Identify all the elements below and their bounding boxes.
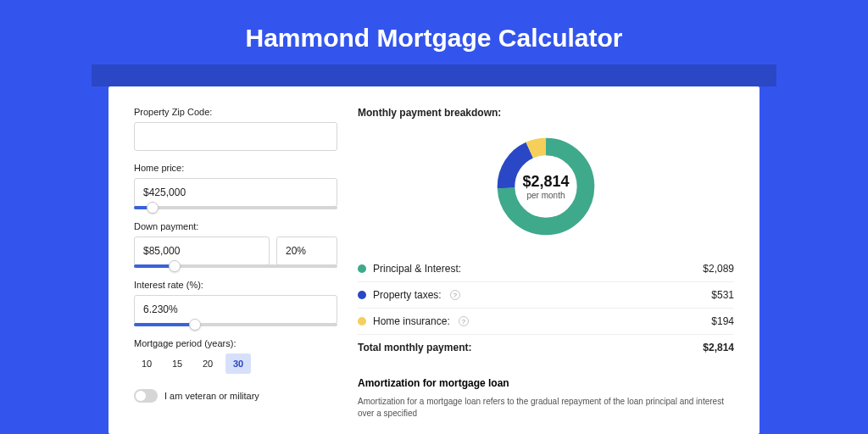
veteran-toggle[interactable] <box>134 389 158 403</box>
zip-label: Property Zip Code: <box>134 107 337 117</box>
info-icon[interactable]: ? <box>450 290 460 300</box>
down-payment-input[interactable] <box>134 236 270 265</box>
interest-input[interactable] <box>134 295 337 324</box>
breakdown-value: $2,089 <box>703 263 734 275</box>
breakdown-label: Principal & Interest: <box>373 263 461 275</box>
down-payment-slider[interactable] <box>134 264 337 268</box>
home-price-field-group: Home price: <box>134 163 337 209</box>
veteran-toggle-row: I am veteran or military <box>134 389 337 403</box>
period-option-10[interactable]: 10 <box>134 353 159 374</box>
breakdown-label: Property taxes: <box>373 289 442 301</box>
home-price-input[interactable] <box>134 178 337 207</box>
donut-chart: $2,814 per month <box>493 134 598 239</box>
header-accent-bar <box>92 64 776 86</box>
zip-input[interactable] <box>134 122 337 151</box>
breakdown-row: Property taxes:?$531 <box>358 282 734 309</box>
breakdown-row: Home insurance:?$194 <box>358 309 734 335</box>
down-payment-field-group: Down payment: <box>134 221 337 268</box>
down-payment-pct-input[interactable] <box>276 236 337 265</box>
period-option-30[interactable]: 30 <box>225 353 251 374</box>
legend-swatch <box>358 317 366 326</box>
legend-swatch <box>358 264 366 273</box>
veteran-toggle-knob <box>136 391 146 401</box>
home-price-slider-thumb[interactable] <box>147 202 159 214</box>
breakdown-list: Principal & Interest:$2,089Property taxe… <box>358 256 734 360</box>
interest-slider[interactable] <box>134 323 337 326</box>
interest-label: Interest rate (%): <box>134 280 337 290</box>
amortization-title: Amortization for mortgage loan <box>358 377 734 389</box>
breakdown-value: $194 <box>711 315 734 327</box>
period-option-20[interactable]: 20 <box>195 353 220 374</box>
zip-field-group: Property Zip Code: <box>134 107 337 151</box>
period-label: Mortgage period (years): <box>134 338 337 348</box>
interest-slider-fill <box>134 323 195 326</box>
page-title: Hammond Mortgage Calculator <box>0 0 868 64</box>
donut-wrap: $2,814 per month <box>358 127 734 251</box>
breakdown-value: $531 <box>711 289 734 301</box>
breakdown-title: Monthly payment breakdown: <box>358 107 734 119</box>
breakdown-total-row: Total monthly payment:$2,814 <box>358 335 734 360</box>
breakdown-total-value: $2,814 <box>703 342 734 353</box>
down-payment-label: Down payment: <box>134 221 337 231</box>
home-price-label: Home price: <box>134 163 337 173</box>
donut-amount: $2,814 <box>522 173 569 191</box>
period-field-group: Mortgage period (years): 10152030 <box>134 338 337 374</box>
breakdown-total-label: Total monthly payment: <box>358 342 471 353</box>
period-options: 10152030 <box>134 353 337 374</box>
down-payment-slider-thumb[interactable] <box>169 260 181 272</box>
info-icon[interactable]: ? <box>459 316 469 326</box>
breakdown-panel: Monthly payment breakdown: $2,814 per mo… <box>358 107 734 426</box>
calculator-card: Property Zip Code: Home price: Down paym… <box>108 86 760 434</box>
home-price-slider[interactable] <box>134 206 337 209</box>
donut-center: $2,814 per month <box>493 134 598 239</box>
veteran-label: I am veteran or military <box>164 391 259 401</box>
form-panel: Property Zip Code: Home price: Down paym… <box>134 107 337 426</box>
legend-swatch <box>358 291 366 299</box>
amortization-text: Amortization for a mortgage loan refers … <box>358 396 734 420</box>
interest-field-group: Interest rate (%): <box>134 280 337 326</box>
breakdown-label: Home insurance: <box>373 315 450 327</box>
donut-sub: per month <box>526 191 565 200</box>
breakdown-row: Principal & Interest:$2,089 <box>358 256 734 282</box>
period-option-15[interactable]: 15 <box>164 353 190 374</box>
interest-slider-thumb[interactable] <box>189 319 201 331</box>
